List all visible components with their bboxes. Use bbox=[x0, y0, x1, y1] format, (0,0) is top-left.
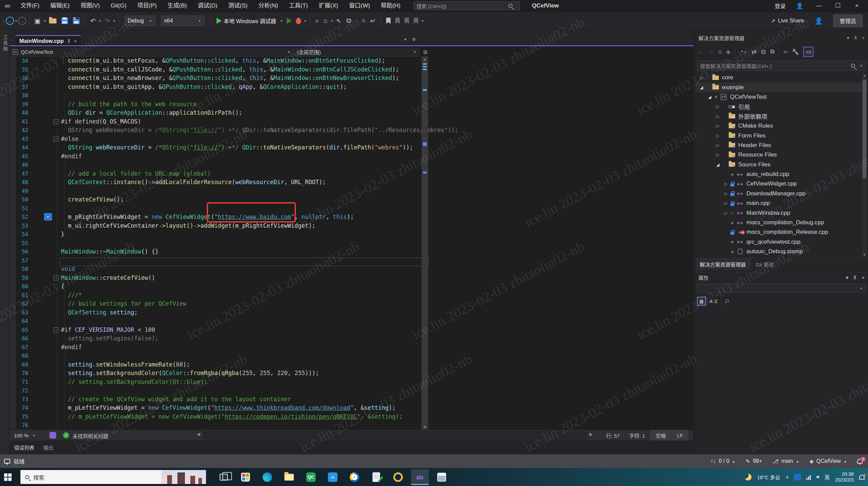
pending-edits-button[interactable]: ✎ 99+ bbox=[745, 458, 762, 465]
symbol-scope-dropdown[interactable]: (全局范围) ▾ bbox=[294, 48, 420, 56]
code-line[interactable]: 73 // create the QCefView widget and add… bbox=[9, 395, 693, 404]
preview-selected-items-icon[interactable]: ▭ bbox=[803, 47, 814, 57]
panel-dropdown-icon[interactable]: ▾ bbox=[847, 35, 849, 40]
scroll-down-icon[interactable]: ▼ bbox=[862, 253, 867, 257]
property-key-icon[interactable]: ⚲ bbox=[723, 297, 731, 305]
clock[interactable]: 20:38 2023/2/3 bbox=[835, 471, 854, 483]
start-button[interactable] bbox=[0, 473, 16, 481]
close-panel-icon[interactable]: × bbox=[862, 275, 865, 280]
fold-collapse-icon[interactable]: − bbox=[53, 136, 59, 142]
select-pointer-icon[interactable]: ↖ bbox=[336, 17, 342, 25]
notification-center-icon[interactable] bbox=[859, 475, 865, 480]
account-icon[interactable]: 👤 bbox=[794, 2, 805, 10]
menu-item[interactable]: 分析(N) bbox=[253, 0, 284, 12]
solution-configuration-dropdown[interactable]: Debug ▾ bbox=[125, 16, 156, 26]
redo-dropdown-icon[interactable]: ▾ bbox=[113, 19, 115, 23]
scroll-up-icon[interactable]: ▲ bbox=[862, 74, 867, 77]
code-line[interactable]: 48 QCefContext::instance()->addLocalFold… bbox=[9, 178, 693, 187]
copy-frame-icon[interactable]: ⧉ bbox=[346, 17, 351, 25]
live-share-button[interactable]: ↗ Live Share bbox=[771, 18, 804, 24]
menu-item[interactable]: 窗口(W) bbox=[344, 0, 375, 12]
code-line[interactable]: 38 bbox=[9, 91, 693, 100]
navigate-back-dropdown-icon[interactable]: ▾ bbox=[15, 19, 17, 23]
maximize-button[interactable] bbox=[833, 2, 843, 9]
code-line[interactable]: 44 QString webResourceDir = /*QString("f… bbox=[9, 143, 693, 152]
save-all-icon[interactable] bbox=[73, 17, 80, 24]
start-without-debugging-icon[interactable] bbox=[287, 18, 292, 24]
tree-item[interactable]: ◢example bbox=[695, 82, 868, 92]
eol-indicator[interactable]: LF bbox=[671, 430, 689, 441]
network-icon[interactable] bbox=[806, 474, 811, 480]
code-line[interactable]: 75 // m_pLeftCefViewWidget = new CefView… bbox=[9, 412, 693, 421]
tree-item[interactable]: ▷Resource Files bbox=[695, 150, 868, 160]
expander-icon[interactable]: ▷ bbox=[715, 152, 721, 157]
pin-icon[interactable]: ⊼ bbox=[853, 275, 857, 281]
toolbox-vertical-tab[interactable]: 工具箱 bbox=[2, 35, 9, 52]
menu-item[interactable]: 文件(F) bbox=[15, 0, 45, 12]
save-icon[interactable] bbox=[61, 17, 68, 24]
code-line[interactable]: 64 bbox=[9, 317, 693, 326]
bookmark-dropdown-icon[interactable]: ▾ bbox=[422, 19, 424, 23]
alphabetical-sort-icon[interactable]: A↓Z bbox=[709, 299, 717, 304]
scroll-right-icon[interactable]: ▶ bbox=[589, 432, 593, 437]
code-line[interactable]: 51 bbox=[9, 204, 693, 213]
debug-target-dropdown-icon[interactable]: ▾ bbox=[281, 19, 283, 23]
tree-scrollbar[interactable]: ▲ ▼ bbox=[862, 73, 867, 257]
open-file-icon[interactable] bbox=[49, 18, 57, 23]
menu-item[interactable]: 生成(B) bbox=[162, 0, 192, 12]
code-line[interactable]: 69 setting.setWindowlessFrameRate(60); bbox=[9, 360, 693, 369]
editor-vertical-scrollbar[interactable]: ▲ ▼ bbox=[422, 56, 428, 430]
tree-item[interactable]: ▷CMake Rules bbox=[695, 121, 868, 131]
word-wrap-icon[interactable]: ↵ bbox=[370, 17, 376, 25]
tray-app-icon[interactable] bbox=[794, 474, 801, 481]
horizontal-scrollbar[interactable] bbox=[203, 431, 587, 440]
feedback-bubble-icon[interactable] bbox=[4, 459, 10, 464]
qc-app-taskbar-icon[interactable]: QC bbox=[302, 469, 320, 485]
task-view-taskbar-icon[interactable] bbox=[215, 469, 233, 485]
code-line[interactable]: 37 connect(m_ui.btn_quitApp, &QPushButto… bbox=[9, 83, 693, 92]
scroll-left-icon[interactable]: ◀ bbox=[197, 432, 200, 437]
notepad-taskbar-icon[interactable] bbox=[367, 469, 385, 485]
undo-icon[interactable]: ↶ bbox=[90, 17, 96, 25]
bottom-tab[interactable]: 输出 bbox=[43, 444, 53, 451]
tree-item[interactable]: ▷++main.cpp bbox=[695, 198, 868, 208]
menu-item[interactable]: 工具(T) bbox=[284, 0, 314, 12]
code-line[interactable]: 47 // add a local folder to URL map (glo… bbox=[9, 169, 693, 178]
code-line[interactable]: 52↶ m_pRightCefViewWidget = new CefViewW… bbox=[9, 213, 693, 222]
tree-item[interactable]: +++qrc_qcefviewtest.cpp bbox=[695, 237, 868, 247]
code-line[interactable]: 34 connect(m_ui.btn_setFocus, &QPushButt… bbox=[9, 56, 693, 65]
sync-with-active-document-icon[interactable]: ⇄ bbox=[752, 48, 756, 55]
tab-list-dropdown-icon[interactable]: ▾ bbox=[404, 37, 407, 42]
close-panel-icon[interactable]: × bbox=[862, 35, 865, 40]
code-line[interactable]: 61 ///* bbox=[9, 291, 693, 300]
tree-item[interactable]: ▷core bbox=[695, 73, 868, 82]
scroll-up-icon[interactable]: ▲ bbox=[422, 57, 428, 61]
repository-selector[interactable]: ◈ QCefView ▲ bbox=[809, 458, 847, 465]
collapse-all-icon[interactable]: ⊟ bbox=[761, 48, 766, 55]
tree-item[interactable]: +autouic_Debug.stamp bbox=[695, 247, 868, 256]
expander-icon[interactable]: ◢ bbox=[698, 85, 705, 90]
menu-item[interactable]: 帮助(H) bbox=[375, 0, 406, 12]
code-line[interactable]: 56MainWindow::~MainWindow() {} bbox=[9, 247, 693, 256]
close-button[interactable]: × bbox=[852, 2, 862, 9]
tool-window-tab[interactable]: 解决方案资源管理器 bbox=[695, 258, 751, 270]
code-line[interactable]: 43−#else bbox=[9, 135, 693, 144]
categorized-view-icon[interactable]: ▦ bbox=[697, 297, 706, 306]
new-project-dropdown-icon[interactable]: ▾ bbox=[44, 19, 46, 23]
panel-dropdown-icon[interactable]: ▾ bbox=[846, 275, 849, 281]
code-line[interactable]: 65−#if CEF_VERSION_MAJOR < 100 bbox=[9, 326, 693, 335]
code-line[interactable]: 54} bbox=[9, 230, 693, 239]
code-line[interactable]: 60{ bbox=[9, 282, 693, 291]
start-debugging-icon[interactable] bbox=[217, 18, 222, 24]
hot-reload-dropdown-icon[interactable]: ▾ bbox=[304, 19, 306, 23]
tree-item[interactable]: +mocs_compilation_Release.cpp bbox=[695, 227, 868, 237]
navigate-home-icon[interactable]: ⌂ bbox=[323, 17, 327, 25]
fold-collapse-icon[interactable]: − bbox=[53, 275, 59, 280]
tree-item[interactable]: +++mocs_compilation_Debug.cpp bbox=[695, 218, 868, 227]
notifications-button[interactable]: 2 bbox=[857, 459, 863, 464]
expander-icon[interactable]: ▷ bbox=[723, 191, 729, 196]
forward-icon[interactable]: → bbox=[708, 48, 714, 55]
clear-bookmarks-icon[interactable] bbox=[414, 18, 418, 24]
properties-object-dropdown[interactable]: ▾ bbox=[697, 284, 866, 293]
feedback-icon[interactable]: 👤 bbox=[815, 17, 823, 25]
